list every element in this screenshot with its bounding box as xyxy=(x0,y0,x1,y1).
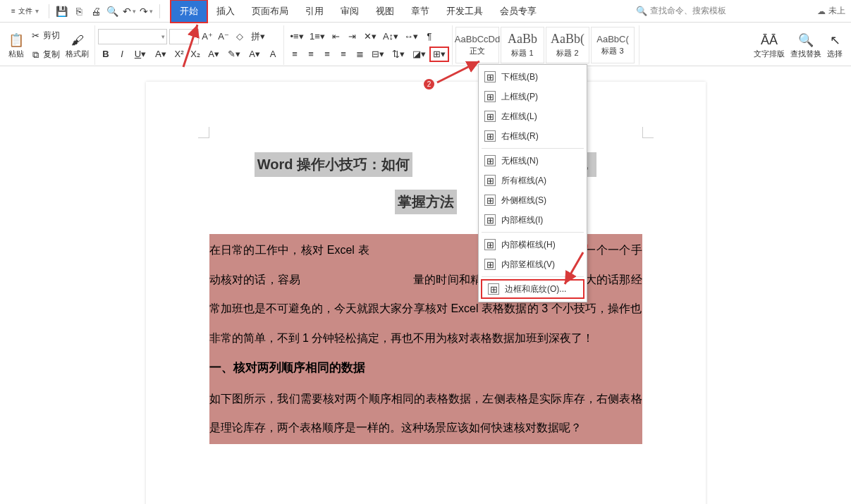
align-left-icon[interactable]: ≡ xyxy=(287,47,302,62)
borders-button[interactable]: ⊞▾ xyxy=(429,47,449,62)
cut-button[interactable]: ✂剪切 xyxy=(27,27,63,44)
change-case-icon[interactable]: 拼▾ xyxy=(248,29,268,44)
undo-icon[interactable]: ↶▾ xyxy=(123,4,137,18)
char-shading-icon[interactable]: A▾ xyxy=(245,47,264,62)
cursor-icon: ↖ xyxy=(830,32,840,48)
tab-sections[interactable]: 章节 xyxy=(403,1,438,22)
shading-icon[interactable]: ◪▾ xyxy=(409,47,429,62)
paste-button[interactable]: 📋 粘贴 xyxy=(6,25,27,65)
paintbrush-icon: 🖌 xyxy=(71,33,84,48)
divider xyxy=(49,4,49,18)
underline-icon[interactable]: U▾ xyxy=(130,47,150,62)
shrink-font-icon[interactable]: A⁻ xyxy=(216,29,231,44)
borders-dropdown: ⊞下框线(B)⊞上框线(P)⊞左框线(L)⊞右框线(R)⊞无框线(N)⊞所有框线… xyxy=(478,64,587,66)
style-heading2[interactable]: AaBb(标题 2 xyxy=(546,27,589,63)
line-spacing-icon[interactable]: ✕▾ xyxy=(360,29,380,44)
scissors-icon: ✂ xyxy=(30,30,41,42)
chevron-down-icon: ▾ xyxy=(35,7,39,15)
style-heading3[interactable]: AaBbC(标题 3 xyxy=(591,27,635,63)
copy-icon: ⧉ xyxy=(30,49,41,61)
tab-layout[interactable]: 页面布局 xyxy=(243,1,297,22)
style-heading1[interactable]: AaBb标题 1 xyxy=(501,27,544,63)
copy-button[interactable]: ⧉复制 xyxy=(27,47,63,63)
redo-icon[interactable]: ↷▾ xyxy=(140,4,154,18)
hamburger-icon: ≡ xyxy=(11,7,16,15)
bullets-icon[interactable]: •≡▾ xyxy=(287,29,307,44)
menu-tabs: 开始 插入 页面布局 引用 审阅 视图 章节 开发工具 会员专享 xyxy=(170,0,545,23)
superscript-icon[interactable]: X² xyxy=(171,47,187,62)
highlight-icon[interactable]: ✎▾ xyxy=(224,47,244,62)
export-icon[interactable]: ⎘ xyxy=(72,4,86,18)
typography-icon: ĀĀ xyxy=(761,33,778,48)
distribute-icon[interactable]: ≣ xyxy=(352,47,367,62)
select-button[interactable]: ↖ 选择 xyxy=(824,25,845,65)
find-replace-button[interactable]: 🔍 查找替换 xyxy=(788,25,824,65)
bold-icon[interactable]: B xyxy=(98,47,114,62)
chevron-down-icon: ▾ xyxy=(161,33,165,40)
grow-font-icon[interactable]: A⁺ xyxy=(200,29,215,44)
increase-indent-icon[interactable]: ⇥ xyxy=(344,29,360,44)
tab-view[interactable]: 视图 xyxy=(367,1,403,22)
clipboard-icon: 📋 xyxy=(8,32,24,48)
format-painter-label: 格式刷 xyxy=(66,49,89,58)
italic-icon[interactable]: I xyxy=(114,47,130,62)
align-text-icon[interactable]: ↔▾ xyxy=(401,29,421,44)
font-color-icon[interactable]: A▾ xyxy=(204,47,224,62)
font-size-selector[interactable]: ▾ xyxy=(169,29,199,44)
text-direction-icon[interactable]: A↕▾ xyxy=(381,29,400,44)
chevron-down-icon: ▾ xyxy=(192,33,195,40)
align-justify-icon[interactable]: ≡ xyxy=(336,47,351,62)
decrease-indent-icon[interactable]: ⇤ xyxy=(328,29,343,44)
clear-format-icon[interactable]: ◇ xyxy=(232,29,247,44)
login-status[interactable]: ☁ 未上 xyxy=(817,5,848,17)
file-menu[interactable]: ≡ 文件 ▾ xyxy=(3,3,44,20)
char-border-icon[interactable]: A xyxy=(265,47,281,62)
numbering-icon[interactable]: 1≡▾ xyxy=(307,29,327,44)
sort-icon[interactable]: ⇅▾ xyxy=(388,47,408,62)
cloud-icon: ☁ xyxy=(817,6,826,16)
divider xyxy=(159,4,160,18)
vertical-align-icon[interactable]: ⊟▾ xyxy=(368,47,388,62)
font-name-selector[interactable]: ▾ xyxy=(98,29,167,44)
strikethrough-icon[interactable]: A̵▾ xyxy=(151,47,171,62)
command-search[interactable]: 🔍 查找命令、搜索模板 xyxy=(636,5,726,17)
tab-member[interactable]: 会员专享 xyxy=(491,1,545,22)
style-normal[interactable]: AaBbCcDd正文 xyxy=(455,27,499,63)
search-placeholder: 查找命令、搜索模板 xyxy=(650,5,726,17)
login-label: 未上 xyxy=(828,5,845,17)
show-marks-icon[interactable]: ¶ xyxy=(422,29,437,44)
file-menu-label: 文件 xyxy=(18,6,32,16)
align-right-icon[interactable]: ≡ xyxy=(319,47,335,62)
tab-references[interactable]: 引用 xyxy=(297,1,332,22)
print-icon[interactable]: 🖨 xyxy=(89,4,103,18)
search-icon: 🔍 xyxy=(798,32,814,48)
format-painter-button[interactable]: 🖌 格式刷 xyxy=(63,25,92,65)
save-icon[interactable]: 💾 xyxy=(55,4,69,18)
search-icon: 🔍 xyxy=(636,6,647,16)
paste-label: 粘贴 xyxy=(8,49,24,58)
typography-button[interactable]: ĀĀ 文字排版 xyxy=(751,25,788,65)
subscript-icon[interactable]: X₂ xyxy=(188,47,203,62)
tab-review[interactable]: 审阅 xyxy=(332,1,367,22)
align-center-icon[interactable]: ≡ xyxy=(303,47,319,62)
tab-devtools[interactable]: 开发工具 xyxy=(438,1,491,22)
tab-home[interactable]: 开始 xyxy=(170,0,208,23)
tab-insert[interactable]: 插入 xyxy=(208,1,243,22)
preview-icon[interactable]: 🔍 xyxy=(106,4,120,18)
